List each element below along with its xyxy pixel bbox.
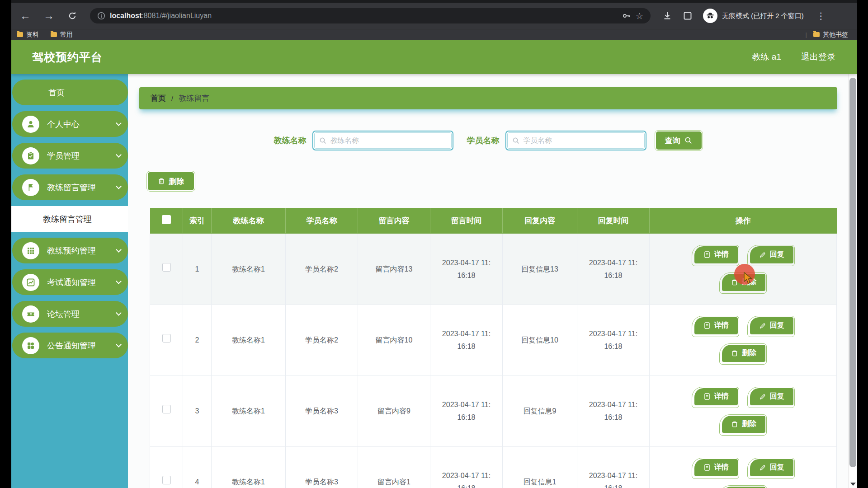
- cell-student: 学员名称3: [286, 375, 358, 446]
- messages-table: 索引 教练名称 学员名称 留言内容 留言时间 回复内容 回复时间 操作: [150, 208, 837, 488]
- incognito-badge[interactable]: 无痕模式 (已打开 2 个窗口): [703, 9, 804, 23]
- sidebar-item-student-management[interactable]: 学员管理: [12, 143, 128, 169]
- student-name-input[interactable]: [524, 136, 640, 145]
- current-user-link[interactable]: 教练 a1: [752, 51, 781, 63]
- key-icon[interactable]: [622, 11, 631, 20]
- download-icon[interactable]: [662, 11, 672, 21]
- chevron-down-icon: [116, 120, 122, 126]
- forward-icon[interactable]: →: [41, 8, 57, 23]
- column-header-student: 学员名称: [286, 208, 358, 234]
- cell-student: 学员名称2: [286, 305, 358, 375]
- reload-icon[interactable]: [65, 8, 80, 23]
- cell-coach: 教练名称1: [212, 446, 286, 488]
- document-icon: [703, 393, 711, 400]
- side-panel-icon[interactable]: [683, 11, 692, 20]
- select-all-header: [150, 208, 183, 234]
- bookmarks-separator: |: [806, 31, 807, 38]
- column-header-message: 留言内容: [358, 208, 430, 234]
- bulk-delete-label: 删除: [169, 176, 184, 187]
- sidebar: 首页 个人中心 学员管理: [11, 74, 128, 488]
- bookmark-star-icon[interactable]: ☆: [636, 11, 643, 21]
- student-name-field-wrap: [505, 131, 646, 150]
- grid-icon: [22, 242, 39, 259]
- bulk-delete-button-wrap: 删除: [146, 171, 195, 192]
- cell-reply-time: 2023-04-17 11:16:18: [577, 234, 650, 305]
- query-button[interactable]: 查询: [656, 131, 702, 150]
- url-path: :8081/#/jiaolianLiuyan: [142, 12, 212, 19]
- sidebar-item-exam-notice-management[interactable]: 考试通知管理: [12, 269, 128, 295]
- reply-button[interactable]: 回复: [750, 246, 793, 263]
- reply-button[interactable]: 回复: [750, 388, 793, 405]
- detail-button[interactable]: 详情: [694, 246, 738, 263]
- bookmark-label: 资料: [26, 31, 39, 39]
- chrome-menu-icon[interactable]: ⋮: [816, 10, 826, 21]
- time-line: 16:18: [582, 482, 645, 488]
- sidebar-item-personal-center[interactable]: 个人中心: [12, 111, 128, 137]
- other-bookmarks[interactable]: 其他书签: [813, 31, 848, 39]
- row-checkbox[interactable]: [162, 263, 171, 272]
- sidebar-item-label: 论坛管理: [47, 309, 80, 319]
- detail-button[interactable]: 详情: [694, 388, 738, 405]
- column-header-reply: 回复内容: [503, 208, 577, 234]
- bookmark-folder-changyong[interactable]: 常用: [51, 31, 73, 39]
- bookmark-folder-ziliao[interactable]: 资料: [17, 31, 39, 39]
- scrollbar-thumb[interactable]: [849, 78, 856, 467]
- select-all-checkbox[interactable]: [162, 215, 171, 224]
- address-bar[interactable]: localhost:8081/#/jiaolianLiuyan ☆: [90, 8, 651, 23]
- sidebar-item-label: 个人中心: [47, 119, 80, 130]
- chevron-down-icon: [116, 247, 122, 253]
- folder-icon: [17, 32, 23, 37]
- query-button-wrap: 查询: [655, 130, 703, 151]
- row-checkbox[interactable]: [162, 405, 171, 413]
- cell-message: 留言内容10: [358, 305, 430, 375]
- chevron-down-icon: [116, 342, 122, 347]
- mouse-cursor-icon: [742, 272, 754, 284]
- search-icon: [319, 137, 327, 145]
- info-icon[interactable]: [97, 12, 105, 20]
- column-header-message-time: 留言时间: [430, 208, 503, 234]
- sidebar-item-label: 考试通知管理: [47, 277, 96, 288]
- time-line: 16:18: [582, 340, 645, 352]
- sidebar-item-coach-message-management[interactable]: 教练留言管理: [12, 174, 128, 200]
- sidebar-subitem-coach-message-management[interactable]: 教练留言管理: [11, 206, 128, 232]
- screen: ← → localhost:8081/#/jiaolianLiuyan ☆: [0, 0, 868, 488]
- cell-message-time: 2023-04-17 11:16:18: [430, 375, 503, 446]
- user-icon: [22, 116, 39, 133]
- sidebar-item-home[interactable]: 首页: [12, 80, 128, 105]
- time-line: 16:18: [435, 411, 498, 423]
- cell-reply: 回复信息13: [503, 234, 577, 305]
- detail-button[interactable]: 详情: [694, 317, 738, 334]
- delete-button[interactable]: 删除: [722, 416, 765, 433]
- cell-actions: 详情 回复 删除: [650, 446, 837, 488]
- cell-reply-time: 2023-04-17 11:16:18: [577, 305, 650, 375]
- reply-button[interactable]: 回复: [750, 317, 793, 334]
- web-page: 驾校预约平台 教练 a1 退出登录 首页 个人中心: [11, 40, 857, 488]
- folder-icon: [813, 32, 820, 37]
- cell-message-time: 2023-04-17 11:16:18: [430, 305, 503, 375]
- browser-toolbar: ← → localhost:8081/#/jiaolianLiuyan ☆: [11, 3, 857, 29]
- breadcrumb: 首页 / 教练留言: [139, 87, 837, 109]
- sidebar-item-announcement-management[interactable]: 公告通知管理: [12, 333, 128, 358]
- bookmarks-bar: 资料 常用 | 其他书签: [11, 29, 857, 40]
- logout-link[interactable]: 退出登录: [801, 51, 835, 63]
- row-checkbox[interactable]: [162, 334, 171, 343]
- delete-button[interactable]: 删除: [722, 345, 765, 362]
- cell-coach: 教练名称1: [212, 305, 286, 375]
- sidebar-item-coach-booking-management[interactable]: 教练预约管理: [12, 238, 128, 263]
- coach-name-input[interactable]: [330, 136, 447, 145]
- delete-button[interactable]: 删除: [722, 487, 765, 488]
- scrollbar-down-arrow-icon[interactable]: [850, 483, 856, 486]
- column-header-actions: 操作: [650, 208, 837, 234]
- row-checkbox[interactable]: [162, 476, 171, 484]
- app-title: 驾校预约平台: [32, 50, 103, 65]
- detail-button[interactable]: 详情: [694, 459, 738, 476]
- sidebar-item-forum-management[interactable]: 论坛管理: [12, 301, 128, 327]
- cell-student: 学员名称2: [286, 234, 358, 305]
- cell-reply-time: 2023-04-17 11:16:18: [577, 446, 650, 488]
- time-line: 2023-04-17 11:: [582, 257, 645, 269]
- back-icon[interactable]: ←: [18, 8, 33, 23]
- breadcrumb-home-link[interactable]: 首页: [151, 93, 166, 103]
- bulk-delete-button[interactable]: 删除: [148, 172, 194, 190]
- column-header-index: 索引: [183, 208, 212, 234]
- reply-button[interactable]: 回复: [750, 459, 793, 476]
